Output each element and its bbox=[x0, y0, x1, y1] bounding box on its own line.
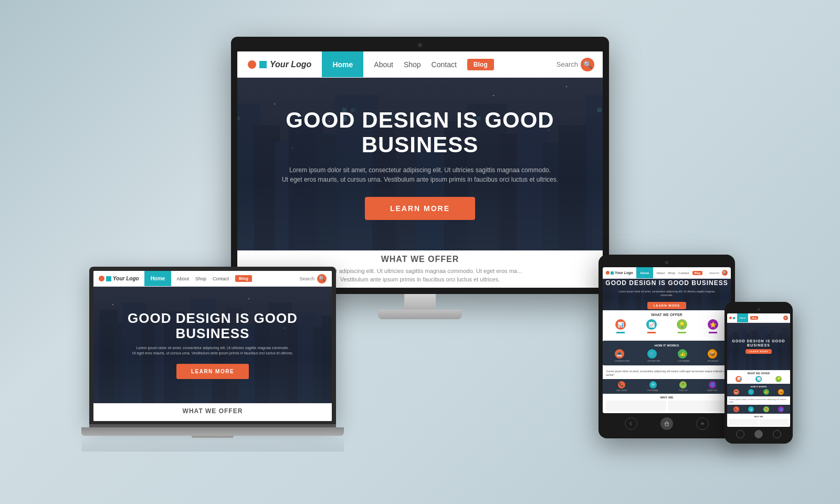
tablet-offer-section: WHAT WE OFFER 📊 📈 💡 bbox=[603, 310, 731, 341]
home-icon bbox=[664, 421, 669, 426]
laptop-website: Your Logo Home About Shop Contact Blog S… bbox=[93, 271, 332, 421]
nav-shop[interactable]: Shop bbox=[404, 60, 421, 69]
tablet-icon-1: 📊 bbox=[615, 319, 626, 334]
tablet-how-icons: 💻 LOREM IPSUM 🛒 LIPSUMTHAT 👍 LIPSUMNAT bbox=[606, 349, 728, 362]
laptop-learn-more-button[interactable]: LEARN MORE bbox=[176, 364, 249, 379]
nav-contact[interactable]: Contact bbox=[432, 60, 457, 69]
laptop-offer-title: WHAT WE OFFER bbox=[98, 407, 328, 415]
how-label-1: LOREM IPSUM bbox=[615, 360, 629, 362]
tablet-how-item-2: 🛒 LIPSUMTHAT bbox=[647, 349, 660, 362]
laptop-nav-links: About Shop Contact Blog bbox=[171, 271, 257, 286]
laptop-nav: Your Logo Home About Shop Contact Blog S… bbox=[93, 271, 332, 287]
scene: Your Logo Home About Shop Contact Blog S… bbox=[52, 37, 788, 467]
footer-icon-2: ✉ bbox=[649, 381, 657, 388]
phone-search-icon[interactable]: 🔍 bbox=[783, 316, 788, 320]
tablet-icon-2: 📈 bbox=[646, 319, 657, 334]
tablet-progress-4 bbox=[709, 332, 717, 333]
phone-how-icons: 💻 🛒 👍 📦 bbox=[729, 389, 789, 395]
phone-testimonial: "Lorem ipsum dolor sit amet consectetur … bbox=[727, 396, 790, 405]
tablet-logo-circle bbox=[606, 271, 610, 275]
phone-offer-section: WHAT WE OFFER 📊 📈 💡 bbox=[727, 370, 790, 384]
phone-hero: GOOD DESIGN IS GOOD BUSINESS LEARN MORE bbox=[727, 323, 790, 370]
tablet-footer: 📞 CALL NOW ✉ OUR EMAIL 📍 FIND US 🌐 bbox=[603, 379, 731, 394]
monitor-camera bbox=[418, 43, 422, 47]
tablet-nav-shop[interactable]: Shop bbox=[668, 271, 675, 275]
tablet-subtitle-1: Lorem ipsum dolor sit amet, consectetur … bbox=[619, 290, 715, 297]
tablet-feature-icon-4: ⭐ bbox=[708, 319, 718, 330]
tablet-offer-title: WHAT WE OFFER bbox=[605, 313, 728, 317]
how-icon-4: 📦 bbox=[708, 349, 717, 359]
tablet-nav-contact[interactable]: Contact bbox=[678, 271, 689, 275]
tablet-home-button[interactable] bbox=[660, 417, 673, 430]
footer-icon-1: 📞 bbox=[618, 381, 625, 388]
tablet-nav-search: Search 🔍 bbox=[706, 267, 731, 278]
phone-nav-blog[interactable]: Blog bbox=[750, 316, 758, 320]
phone-dark-section: HOW IT WORKS 💻 🛒 👍 📦 bbox=[727, 384, 790, 396]
footer-icon-4: 🌐 bbox=[709, 381, 716, 388]
phone-hero-title: GOOD DESIGN IS GOOD BUSINESS bbox=[727, 339, 790, 347]
desktop-offer-title: WHAT WE OFFER bbox=[242, 255, 598, 264]
laptop-nav-shop[interactable]: Shop bbox=[195, 276, 206, 281]
phone-why-title: WHY WE bbox=[729, 415, 789, 418]
laptop-nav-blog[interactable]: Blog bbox=[235, 275, 252, 282]
tablet-search-label: Search bbox=[709, 271, 719, 275]
tablet-nav-home[interactable]: Home bbox=[636, 267, 654, 278]
tablet-how-item-3: 👍 LIPSUMNAT bbox=[678, 349, 690, 362]
tablet-back-button[interactable] bbox=[625, 417, 637, 430]
how-label-2: LIPSUMTHAT bbox=[647, 360, 660, 362]
logo-circle bbox=[248, 60, 256, 69]
phone-nav-links: Blog bbox=[748, 313, 760, 322]
laptop-logo-text: Your Logo bbox=[113, 276, 139, 281]
phone-why-col-1 bbox=[729, 419, 758, 425]
tablet-why-title: WHY WE bbox=[606, 396, 728, 399]
cityscape-svg bbox=[237, 78, 603, 250]
laptop-nav-about[interactable]: About bbox=[176, 276, 189, 281]
laptop-nav-contact[interactable]: Contact bbox=[213, 276, 229, 281]
desktop-learn-more-button[interactable]: LEARN MORE bbox=[365, 197, 475, 220]
tablet-progress-1 bbox=[616, 332, 625, 333]
desktop-website: Your Logo Home About Shop Contact Blog S… bbox=[237, 51, 603, 288]
tablet-why-section: WHY WE bbox=[603, 394, 731, 413]
phone-why-section: WHY WE bbox=[727, 414, 790, 427]
how-label-4: IPSUM ART bbox=[708, 360, 719, 362]
desktop-nav-home[interactable]: Home bbox=[322, 51, 363, 77]
phone-footer-icon-3: 📍 bbox=[763, 406, 769, 412]
footer-label-1: CALL NOW bbox=[616, 389, 627, 392]
laptop-search-icon[interactable]: 🔍 bbox=[317, 274, 327, 284]
tablet-feature-icon-1: 📊 bbox=[615, 319, 626, 330]
phone-why-col-2 bbox=[759, 419, 789, 425]
phone-learn-more-button[interactable]: LEARN MORE bbox=[746, 349, 772, 354]
laptop-nav-home[interactable]: Home bbox=[144, 271, 172, 286]
tablet-logo-square bbox=[611, 271, 614, 275]
tablet-camera bbox=[665, 261, 668, 264]
laptop-search-label: Search bbox=[299, 276, 314, 281]
search-label: Search bbox=[556, 60, 578, 68]
logo-text: Your Logo bbox=[270, 60, 311, 69]
phone-back-button[interactable] bbox=[736, 430, 744, 438]
tablet-end-button[interactable] bbox=[696, 417, 709, 430]
hero-subtitle-line2: Ut eget eros mauris, ut cursus urna. Ves… bbox=[282, 176, 558, 183]
back-icon bbox=[628, 421, 634, 426]
laptop-base bbox=[81, 427, 344, 436]
tablet-how-item-4: 📦 IPSUM ART bbox=[708, 349, 719, 362]
footer-label-4: WEB SITE bbox=[708, 389, 718, 392]
phone-icon-3: 💡 bbox=[775, 376, 782, 382]
phone-nav: Home Blog 🔍 bbox=[727, 313, 790, 323]
nav-blog[interactable]: Blog bbox=[467, 59, 494, 70]
tablet-logo: Your Logo bbox=[603, 267, 636, 278]
phone-how-icon-2: 🛒 bbox=[748, 389, 754, 395]
tablet-nav: Your Logo Home About Shop Contact Blog S… bbox=[603, 267, 731, 279]
search-icon[interactable]: 🔍 bbox=[581, 58, 594, 71]
nav-about[interactable]: About bbox=[374, 60, 393, 69]
phone-nav-home[interactable]: Home bbox=[737, 313, 748, 322]
tablet-icon-3: 💡 bbox=[677, 319, 687, 334]
tablet-nav-blog[interactable]: Blog bbox=[692, 271, 702, 275]
tablet-search-icon[interactable]: 🔍 bbox=[722, 270, 728, 276]
laptop-hero-subtitle: Lorem ipsum dolor sit amet, consectetur … bbox=[132, 345, 293, 356]
svg-rect-90 bbox=[759, 327, 768, 370]
tablet-nav-about[interactable]: About bbox=[656, 271, 665, 275]
tablet-learn-more-button[interactable]: LEARN MORE bbox=[647, 302, 686, 309]
tablet-how-it-works: HOW IT WORKS 💻 LOREM IPSUM 🛒 LIPSUMTHAT bbox=[603, 341, 731, 365]
phone-end-button[interactable] bbox=[773, 430, 781, 438]
phone-home-button[interactable] bbox=[754, 430, 763, 438]
